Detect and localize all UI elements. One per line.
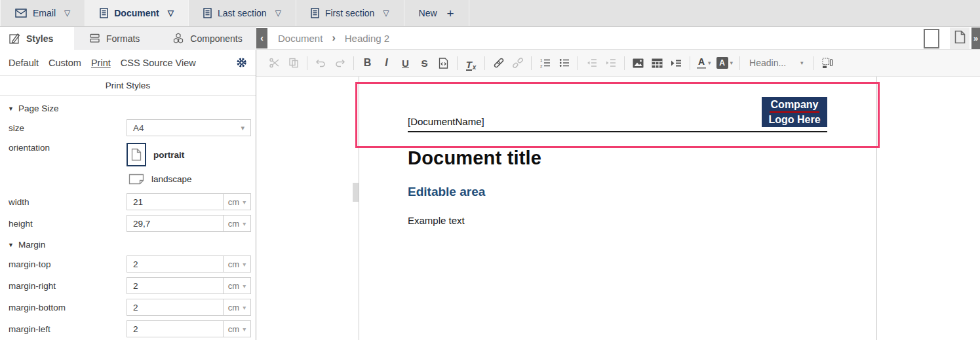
link-icon[interactable] (492, 55, 505, 71)
tab-last-section[interactable]: Last section ▽ (189, 0, 296, 26)
tab-first-section-label: First section (325, 8, 374, 18)
toolbar-separator (307, 56, 307, 70)
expand-panel-button[interactable]: » (971, 28, 980, 49)
width-label: width (9, 197, 127, 207)
section-background[interactable]: ▼ Background (0, 337, 256, 340)
width-unit-value: cm (228, 197, 239, 207)
size-row: size A4 ▾ (0, 119, 256, 136)
undo-icon[interactable] (314, 55, 328, 71)
unlink-icon[interactable] (511, 55, 524, 71)
cut-icon[interactable] (267, 55, 281, 71)
tab-document-dropdown-icon[interactable]: ▽ (168, 9, 174, 18)
margin-bottom-unit-select[interactable]: cm ▾ (224, 299, 251, 316)
redo-icon[interactable] (333, 55, 347, 71)
tab-last-section-dropdown-icon[interactable]: ▽ (275, 9, 281, 18)
background-color-button[interactable]: A ▾ (716, 57, 734, 69)
text-color-button[interactable]: A ▾ (697, 58, 711, 69)
strikethrough-button[interactable]: S (418, 55, 431, 71)
portrait-view-icon[interactable] (924, 29, 939, 48)
editor-scrollbar-thumb[interactable] (353, 183, 359, 202)
toolbar-separator (690, 56, 690, 70)
width-row: width 21 cm ▾ (0, 193, 256, 210)
chevron-down-icon: ▾ (708, 60, 711, 66)
italic-button[interactable]: I (380, 55, 393, 71)
margin-top-input[interactable]: 2 (127, 255, 224, 273)
margin-right-unit-select[interactable]: cm ▾ (224, 277, 251, 294)
margin-left-unit-value: cm (228, 324, 239, 334)
section-icon (203, 8, 212, 18)
style-mode-custom[interactable]: Custom (49, 58, 81, 68)
bold-button[interactable]: B (361, 55, 374, 71)
chevron-down-icon: ▾ (243, 326, 246, 333)
margin-right-row: margin-right 2 cm ▾ (0, 277, 256, 294)
panel-tab-bar: Styles Formats (0, 27, 256, 50)
document-title[interactable]: Document title (408, 147, 541, 169)
tab-formats[interactable]: Formats (81, 27, 149, 50)
components-icon (172, 33, 184, 44)
page-break-icon[interactable] (669, 55, 683, 71)
tab-email[interactable]: Email ▽ (0, 0, 85, 26)
bulleted-list-icon[interactable] (557, 55, 571, 71)
width-input[interactable]: 21 (127, 193, 224, 210)
app-window: Email ▽ Document ▽ Last section ▽ First … (0, 0, 980, 340)
page-icon (954, 30, 966, 47)
size-select[interactable]: A4 ▾ (127, 119, 251, 136)
chevron-left-icon: ‹ (260, 33, 264, 43)
example-text[interactable]: Example text (408, 215, 465, 226)
style-mode-default[interactable]: Default (9, 58, 39, 68)
breadcrumb-item-heading2[interactable]: Heading 2 (345, 33, 389, 44)
paragraph-format-select[interactable]: Headin... ▾ (749, 58, 804, 68)
margin-left-unit-select[interactable]: cm ▾ (224, 320, 251, 337)
orientation-portrait-option[interactable]: portrait (127, 143, 192, 166)
show-blocks-icon[interactable] (821, 55, 834, 71)
size-label: size (9, 123, 127, 133)
margin-top-unit-select[interactable]: cm ▾ (224, 255, 251, 273)
width-unit-select[interactable]: cm ▾ (224, 193, 251, 210)
landscape-page-icon (128, 174, 144, 185)
section-margin[interactable]: ▼ Margin (0, 232, 256, 251)
chevron-down-icon: ▾ (800, 60, 804, 66)
toolbar-separator (578, 56, 578, 70)
tab-first-section-dropdown-icon[interactable]: ▽ (383, 9, 389, 18)
section-page-size[interactable]: ▼ Page Size (0, 96, 256, 115)
breadcrumb-item-document[interactable]: Document (278, 33, 323, 44)
copy-icon[interactable] (286, 55, 300, 71)
tab-new[interactable]: New + (404, 0, 469, 26)
editable-area-heading[interactable]: Editable area (408, 185, 485, 199)
tab-document-label: Document (114, 8, 159, 18)
document-canvas[interactable]: [DocumentName] Company Logo Here Documen… (256, 77, 980, 340)
page-view-toggle[interactable] (950, 28, 970, 49)
toolbar-separator (457, 56, 458, 70)
height-row: height 29,7 cm ▾ (0, 215, 256, 232)
section-icon (311, 8, 319, 18)
gear-icon[interactable] (236, 57, 247, 68)
margin-left-input[interactable]: 2 (127, 320, 224, 337)
table-icon[interactable] (650, 55, 664, 71)
tab-first-section[interactable]: First section ▽ (296, 0, 404, 26)
chevron-down-icon: ▾ (243, 198, 246, 206)
tab-email-dropdown-icon[interactable]: ▽ (64, 9, 70, 18)
margin-bottom-unit-value: cm (228, 303, 239, 312)
numbered-list-icon[interactable]: 12 (538, 55, 552, 71)
styles-sidebar: Default Custom Print CSS Source View Pri… (0, 50, 256, 340)
height-unit-select[interactable]: cm ▾ (224, 215, 251, 232)
style-mode-css-source-view[interactable]: CSS Source View (121, 58, 196, 68)
collapse-panel-button[interactable]: ‹ (256, 28, 267, 48)
margin-bottom-input[interactable]: 2 (127, 299, 224, 316)
chevron-down-icon: ▾ (243, 261, 246, 268)
source-icon[interactable] (437, 55, 450, 71)
outdent-icon[interactable] (585, 55, 598, 71)
company-logo[interactable]: Company Logo Here (762, 97, 827, 127)
style-mode-print[interactable]: Print (91, 58, 111, 68)
image-icon[interactable] (631, 55, 645, 71)
height-input[interactable]: 29,7 (127, 215, 224, 232)
tab-components[interactable]: Components (163, 27, 251, 50)
tab-document[interactable]: Document ▽ (85, 0, 189, 26)
margin-right-input[interactable]: 2 (127, 277, 224, 294)
remove-format-button[interactable]: Tx (464, 55, 478, 71)
underline-button[interactable]: U (399, 55, 412, 71)
indent-icon[interactable] (604, 55, 617, 71)
orientation-landscape-option[interactable]: landscape (127, 174, 192, 185)
document-name-field[interactable]: [DocumentName] (408, 116, 484, 127)
tab-styles[interactable]: Styles (0, 27, 74, 50)
